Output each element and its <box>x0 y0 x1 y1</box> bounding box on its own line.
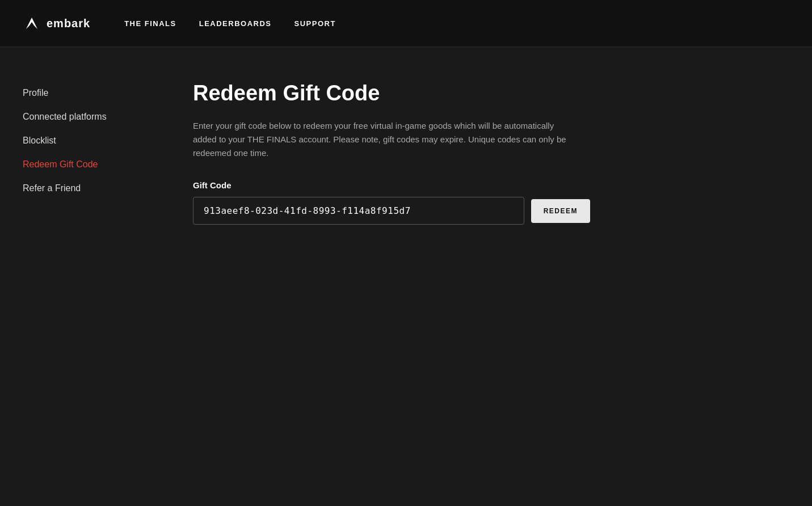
embark-logo-icon <box>23 14 41 32</box>
nav-item-leaderboards[interactable]: LEADERBOARDS <box>199 19 272 28</box>
nav-item-the-finals[interactable]: THE FINALS <box>124 19 176 28</box>
page-title: Redeem Gift Code <box>193 81 607 106</box>
site-header: embark THE FINALSLEADERBOARDSSUPPORT <box>0 0 812 47</box>
main-container: ProfileConnected platformsBlocklistRedee… <box>0 47 812 506</box>
gift-code-label: Gift Code <box>193 180 607 190</box>
logo-text: embark <box>47 17 90 30</box>
nav-item-support[interactable]: SUPPORT <box>294 19 336 28</box>
redeem-button[interactable]: REDEEM <box>531 199 590 223</box>
gift-code-row: REDEEM <box>193 197 590 225</box>
sidebar-item-profile[interactable]: Profile <box>23 81 136 105</box>
logo-area[interactable]: embark <box>23 14 90 32</box>
sidebar-item-blocklist[interactable]: Blocklist <box>23 129 136 153</box>
sidebar: ProfileConnected platformsBlocklistRedee… <box>0 81 159 506</box>
sidebar-item-refer-a-friend[interactable]: Refer a Friend <box>23 176 136 200</box>
main-nav: THE FINALSLEADERBOARDSSUPPORT <box>124 19 336 28</box>
sidebar-item-connected-platforms[interactable]: Connected platforms <box>23 105 136 129</box>
gift-code-input[interactable] <box>193 197 524 225</box>
content-area: Redeem Gift Code Enter your gift code be… <box>159 81 641 506</box>
sidebar-item-redeem-gift-code[interactable]: Redeem Gift Code <box>23 153 136 176</box>
page-description: Enter your gift code below to redeem you… <box>193 119 567 160</box>
